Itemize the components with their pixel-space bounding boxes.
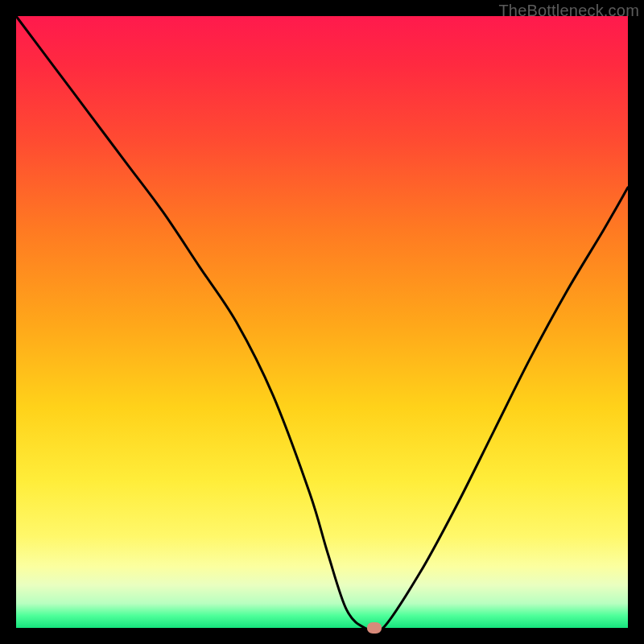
bottleneck-curve: [16, 16, 628, 628]
chart-frame: TheBottleneck.com: [0, 0, 644, 644]
optimal-point-marker: [367, 622, 382, 634]
plot-area: [16, 16, 628, 628]
